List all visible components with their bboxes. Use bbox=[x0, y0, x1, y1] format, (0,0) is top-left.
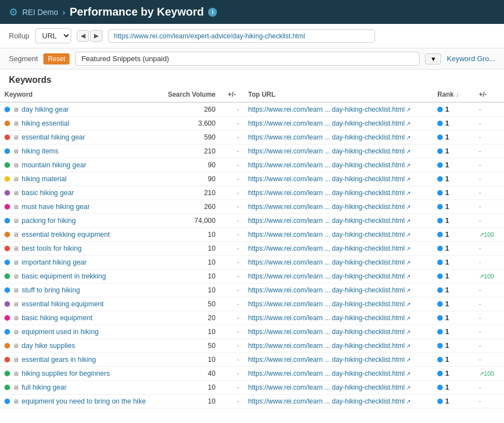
device-icon: 🖥 bbox=[13, 329, 19, 335]
keyword-text[interactable]: day hike supplies bbox=[22, 342, 75, 350]
keyword-text[interactable]: important hiking gear bbox=[22, 258, 87, 266]
keyword-text[interactable]: hiking essential bbox=[22, 120, 69, 127]
keyword-text[interactable]: essential trekking equipment bbox=[22, 231, 110, 238]
url-link[interactable]: https://www.rei.com/learn ... day-hiking… bbox=[248, 342, 428, 350]
url-input[interactable] bbox=[108, 29, 375, 43]
url-link[interactable]: https://www.rei.com/learn ... day-hiking… bbox=[248, 217, 428, 225]
url-link[interactable]: https://www.rei.com/learn ... day-hiking… bbox=[248, 272, 428, 280]
url-link[interactable]: https://www.rei.com/learn ... day-hiking… bbox=[248, 300, 428, 308]
url-link[interactable]: https://www.rei.com/learn ... day-hiking… bbox=[248, 328, 428, 336]
keyword-text[interactable]: stuff to bring hiking bbox=[22, 286, 80, 294]
keyword-text[interactable]: full hiking gear bbox=[22, 384, 67, 391]
rollup-select[interactable]: URL bbox=[35, 28, 71, 43]
keyword-color-dot bbox=[4, 190, 10, 196]
url-link[interactable]: https://www.rei.com/learn ... day-hiking… bbox=[248, 106, 428, 113]
keyword-cell: 🖥 day hike supplies bbox=[0, 339, 160, 353]
keyword-text[interactable]: packing for hiking bbox=[22, 217, 76, 225]
segment-input[interactable] bbox=[75, 52, 419, 66]
segment-dropdown-btn[interactable]: ▼ bbox=[425, 53, 441, 64]
device-icon: 🖥 bbox=[13, 370, 19, 377]
col-header-url: Top URL bbox=[244, 87, 433, 102]
segment-bar: Segment Reset ▼ Keyword Gro... bbox=[0, 48, 504, 69]
top-url-cell: https://www.rei.com/learn ... day-hiking… bbox=[244, 325, 433, 339]
rollup-label: Rollup bbox=[9, 32, 29, 40]
keyword-text[interactable]: mountain hiking gear bbox=[22, 161, 86, 169]
url-link[interactable]: https://www.rei.com/learn ... day-hiking… bbox=[248, 356, 428, 364]
device-icon: 🖥 bbox=[13, 259, 19, 266]
keyword-text[interactable]: hiking material bbox=[22, 175, 67, 183]
keyword-text[interactable]: day hiking gear bbox=[22, 106, 69, 113]
rank-change-cell: - bbox=[475, 325, 504, 339]
top-url-cell: https://www.rei.com/learn ... day-hiking… bbox=[244, 158, 433, 172]
url-link[interactable]: https://www.rei.com/learn ... day-hiking… bbox=[248, 175, 428, 183]
keyword-text[interactable]: best tools for hiking bbox=[22, 245, 82, 252]
device-icon: 🖥 bbox=[13, 315, 19, 321]
keyword-group-label[interactable]: Keyword Gro... bbox=[447, 54, 495, 63]
rank-number: 1 bbox=[445, 370, 449, 377]
keyword-color-dot bbox=[4, 357, 10, 362]
url-link[interactable]: https://www.rei.com/learn ... day-hiking… bbox=[248, 133, 428, 141]
brand-name[interactable]: REI Demo bbox=[22, 8, 58, 17]
url-link[interactable]: https://www.rei.com/learn ... day-hiking… bbox=[248, 231, 428, 238]
keyword-text[interactable]: must have hiking gear bbox=[22, 203, 90, 211]
rank-number: 1 bbox=[445, 397, 449, 405]
rank-dot bbox=[437, 190, 443, 196]
top-url-cell: https://www.rei.com/learn ... day-hiking… bbox=[244, 200, 433, 214]
top-url-cell: https://www.rei.com/learn ... day-hiking… bbox=[244, 102, 433, 117]
url-link[interactable]: https://www.rei.com/learn ... day-hiking… bbox=[248, 120, 428, 127]
keyword-cell: 🖥 essential hiking equipment bbox=[0, 297, 160, 311]
rank-number: 1 bbox=[445, 245, 449, 252]
volume-change-cell: - bbox=[220, 186, 244, 200]
arrow-left-btn[interactable]: ◀ bbox=[77, 30, 89, 42]
url-link[interactable]: https://www.rei.com/learn ... day-hiking… bbox=[248, 203, 428, 211]
keyword-text[interactable]: basic equipment in trekking bbox=[22, 272, 106, 280]
keyword-cell: 🖥 hiking supplies for beginners bbox=[0, 367, 160, 381]
url-link[interactable]: https://www.rei.com/learn ... day-hiking… bbox=[248, 258, 428, 266]
volume-change-cell: - bbox=[220, 228, 244, 242]
url-link[interactable]: https://www.rei.com/learn ... day-hiking… bbox=[248, 161, 428, 169]
keyword-color-dot bbox=[4, 399, 10, 404]
keyword-cell: 🖥 packing for hiking bbox=[0, 214, 160, 228]
rank-dot bbox=[437, 385, 443, 390]
keyword-color-dot bbox=[4, 301, 10, 307]
reset-button[interactable]: Reset bbox=[43, 53, 70, 64]
keyword-text[interactable]: essential gears in hiking bbox=[22, 356, 96, 364]
url-link[interactable]: https://www.rei.com/learn ... day-hiking… bbox=[248, 314, 428, 322]
keyword-color-dot bbox=[4, 204, 10, 210]
table-row: 🖥 hiking material 90-https://www.rei.com… bbox=[0, 172, 504, 186]
url-link[interactable]: https://www.rei.com/learn ... day-hiking… bbox=[248, 384, 428, 391]
keyword-text[interactable]: basic hiking equipment bbox=[22, 314, 92, 322]
col-header-rank[interactable]: Rank ↓ bbox=[433, 87, 474, 102]
url-link[interactable]: https://www.rei.com/learn ... day-hiking… bbox=[248, 370, 428, 377]
rank-number: 1 bbox=[445, 120, 449, 127]
table-row: 🖥 basic hiking gear 210-https://www.rei.… bbox=[0, 186, 504, 200]
keyword-color-dot bbox=[4, 176, 10, 182]
device-icon: 🖥 bbox=[13, 301, 19, 307]
table-row: 🖥 essential gears in hiking 10-https://w… bbox=[0, 353, 504, 367]
volume-change-cell: - bbox=[220, 283, 244, 297]
keyword-cell: 🖥 basic equipment in trekking bbox=[0, 270, 160, 283]
gear-icon: ⚙ bbox=[9, 6, 18, 18]
keyword-text[interactable]: equipment used in hiking bbox=[22, 328, 98, 336]
url-link[interactable]: https://www.rei.com/learn ... day-hiking… bbox=[248, 397, 428, 405]
info-icon[interactable]: i bbox=[208, 8, 217, 17]
url-link[interactable]: https://www.rei.com/learn ... day-hiking… bbox=[248, 189, 428, 197]
keyword-text[interactable]: hiking items bbox=[22, 147, 58, 155]
arrow-right-btn[interactable]: ▶ bbox=[90, 30, 102, 42]
rank-change-cell: - bbox=[475, 102, 504, 117]
device-icon: 🖥 bbox=[13, 176, 19, 182]
app-header: ⚙ REI Demo › Performance by Keyword i bbox=[0, 0, 504, 24]
rank-dot bbox=[437, 301, 443, 307]
keyword-text[interactable]: hiking supplies for beginners bbox=[22, 370, 110, 377]
url-link[interactable]: https://www.rei.com/learn ... day-hiking… bbox=[248, 286, 428, 294]
url-link[interactable]: https://www.rei.com/learn ... day-hiking… bbox=[248, 147, 428, 155]
url-link[interactable]: https://www.rei.com/learn ... day-hiking… bbox=[248, 245, 428, 252]
rank-dot bbox=[437, 148, 443, 154]
rank-cell: 1 bbox=[433, 256, 474, 270]
volume-change-cell: - bbox=[220, 381, 244, 395]
keyword-text[interactable]: equipment you need to bring on the hike bbox=[22, 397, 146, 405]
keyword-text[interactable]: essential hiking gear bbox=[22, 133, 85, 141]
keyword-text[interactable]: basic hiking gear bbox=[22, 189, 74, 197]
keyword-cell: 🖥 basic hiking gear bbox=[0, 186, 160, 200]
keyword-text[interactable]: essential hiking equipment bbox=[22, 300, 103, 308]
